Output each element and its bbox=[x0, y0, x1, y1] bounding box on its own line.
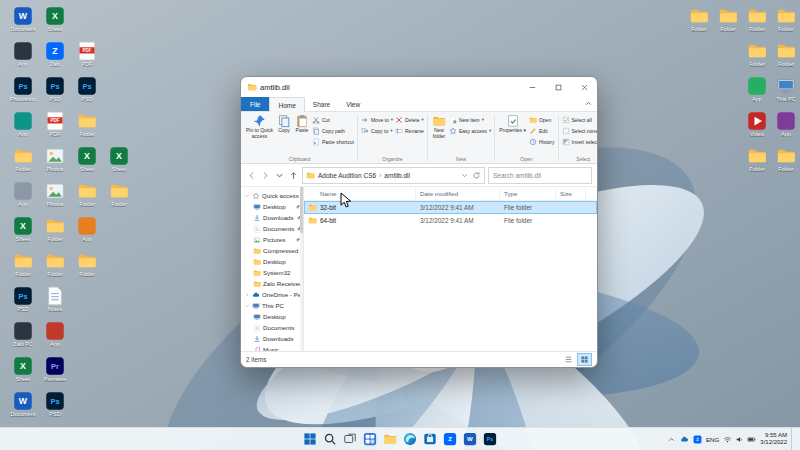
sidebar-item-documents[interactable]: Documents bbox=[241, 223, 303, 234]
desktop-icon-psd-photoshop[interactable]: PsPSD bbox=[40, 391, 70, 424]
desktop-icon-video-media-red[interactable]: Video bbox=[742, 111, 772, 144]
desktop-icon-folder-folder[interactable]: Folder bbox=[72, 181, 102, 214]
desktop-icon-sheet-excel[interactable]: XSheet bbox=[8, 216, 38, 249]
file-row-64-bit[interactable]: 64-bit3/12/2022 9:41 AMFile folder bbox=[304, 214, 597, 227]
desktop-icon-zalo-pc-app-dark[interactable]: Zalo PC bbox=[8, 321, 38, 354]
ribbon-new-folder-button[interactable]: New folder bbox=[430, 113, 448, 140]
chevron-down-icon[interactable] bbox=[244, 193, 250, 199]
sidebar-item-desktop[interactable]: Desktop bbox=[241, 311, 303, 322]
sidebar-item-compressed[interactable]: Compressed bbox=[241, 245, 303, 256]
address-dropdown-button[interactable] bbox=[460, 171, 469, 180]
ribbon-history-button[interactable]: History bbox=[528, 136, 556, 147]
desktop-icon-premiere-premiere[interactable]: PrPremiere bbox=[40, 356, 70, 389]
desktop-icon-photos-image[interactable]: Photos bbox=[40, 146, 70, 179]
start-button[interactable] bbox=[303, 432, 317, 446]
column-header-name[interactable]: Name bbox=[304, 187, 416, 200]
desktop-icon-app-app-gray[interactable]: App bbox=[8, 181, 38, 214]
edge-button[interactable] bbox=[403, 432, 417, 446]
ribbon-rename-button[interactable]: Rename bbox=[394, 125, 425, 136]
tab-view[interactable]: View bbox=[338, 97, 368, 111]
desktop-icon-folder-folder[interactable]: Folder bbox=[771, 146, 800, 179]
desktop-icon-photos-image[interactable]: Photos bbox=[40, 181, 70, 214]
ribbon-open-button[interactable]: Open bbox=[528, 114, 556, 125]
search-button[interactable] bbox=[323, 432, 337, 446]
sidebar-item-desktop[interactable]: Desktop bbox=[241, 201, 303, 212]
ribbon-paste-button[interactable]: Paste bbox=[293, 113, 311, 135]
ribbon-properties-button[interactable]: Properties ▾ bbox=[497, 113, 528, 135]
ribbon-pin-to-quick-access-button[interactable]: Pin to Quick access bbox=[244, 113, 275, 140]
column-header-type[interactable]: Type bbox=[500, 187, 556, 200]
ribbon-edit-button[interactable]: Edit bbox=[528, 125, 556, 136]
taskbar-clock[interactable]: 9:55 AM 3/12/2022 bbox=[760, 432, 787, 446]
desktop-icon-folder-folder[interactable]: Folder bbox=[40, 251, 70, 284]
desktop-icon-sheet-excel[interactable]: XSheet bbox=[8, 356, 38, 389]
ribbon-collapse-button[interactable] bbox=[584, 99, 593, 108]
desktop-icon-folder-folder[interactable]: Folder bbox=[72, 111, 102, 144]
recent-locations-button[interactable] bbox=[274, 170, 285, 181]
desktop-icon-folder-folder[interactable]: Folder bbox=[104, 181, 134, 214]
chevron-down-icon[interactable] bbox=[244, 303, 250, 309]
ribbon-paste-shortcut-button[interactable]: Paste shortcut bbox=[311, 136, 355, 147]
sidebar-section-quick-access[interactable]: Quick access bbox=[241, 190, 303, 201]
desktop-icon-photoshop-photoshop[interactable]: PsPhotoshop bbox=[8, 76, 38, 109]
desktop-icon-app-app-teal[interactable]: App bbox=[8, 111, 38, 144]
close-button[interactable] bbox=[571, 77, 597, 97]
zalo-button[interactable]: Z bbox=[443, 432, 457, 446]
desktop-icon-sheet-excel[interactable]: XSheet bbox=[72, 146, 102, 179]
search-input[interactable]: Search amtlib.dll bbox=[488, 167, 592, 184]
chevron-right-icon[interactable] bbox=[244, 292, 250, 298]
desktop-icon-folder-folder[interactable]: Folder bbox=[40, 216, 70, 249]
sidebar-scrollbar[interactable] bbox=[300, 187, 303, 351]
details-view-button[interactable] bbox=[561, 353, 576, 366]
desktop-icon-psd-photoshop[interactable]: PsPSD bbox=[40, 76, 70, 109]
desktop-icon-this-pc-pc[interactable]: This PC bbox=[771, 76, 800, 109]
ribbon-select-none-button[interactable]: Select none bbox=[561, 125, 598, 136]
tab-home[interactable]: Home bbox=[269, 97, 304, 112]
sidebar-item-downloads[interactable]: Downloads bbox=[241, 333, 303, 344]
sidebar-item-documents[interactable]: Documents bbox=[241, 322, 303, 333]
word-button[interactable]: W bbox=[463, 432, 477, 446]
refresh-button[interactable] bbox=[472, 171, 481, 180]
ribbon-copy-to-button[interactable]: Copy to▾ bbox=[360, 125, 394, 136]
forward-button[interactable] bbox=[260, 170, 271, 181]
desktop-icon-folder-folder[interactable]: Folder bbox=[684, 6, 714, 39]
sidebar-item-downloads[interactable]: Downloads bbox=[241, 212, 303, 223]
ribbon-new-item-button[interactable]: New item▾ bbox=[448, 114, 492, 125]
desktop-icon-app-app-purple[interactable]: App bbox=[771, 111, 800, 144]
sidebar-item-system32[interactable]: System32 bbox=[241, 267, 303, 278]
minimize-button[interactable] bbox=[519, 77, 545, 97]
desktop-icon-folder-folder[interactable]: Folder bbox=[713, 6, 743, 39]
desktop-icon-folder-folder[interactable]: Folder bbox=[742, 41, 772, 74]
ribbon-move-to-button[interactable]: Move to▾ bbox=[360, 114, 394, 125]
column-header-size[interactable]: Size bbox=[556, 187, 586, 200]
onedrive-tray-icon[interactable] bbox=[680, 435, 689, 444]
desktop-icon-folder-folder[interactable]: Folder bbox=[771, 6, 800, 39]
breadcrumb-adobe-audition-cs6[interactable]: Adobe Audition CS6 bbox=[318, 172, 376, 179]
desktop-icon-pdf-pdf[interactable]: PDFPDF bbox=[72, 41, 102, 74]
maximize-button[interactable] bbox=[545, 77, 571, 97]
widgets-button[interactable] bbox=[363, 432, 377, 446]
ribbon-delete-button[interactable]: Delete▾ bbox=[394, 114, 425, 125]
desktop-icon-psd-photoshop[interactable]: PsPSD bbox=[8, 286, 38, 319]
back-button[interactable] bbox=[246, 170, 257, 181]
ribbon-copy-button[interactable]: Copy bbox=[275, 113, 293, 135]
store-button[interactable] bbox=[423, 432, 437, 446]
desktop-icon-folder-folder[interactable]: Folder bbox=[8, 146, 38, 179]
zalo-tray-icon[interactable]: Z bbox=[693, 435, 702, 444]
desktop-icon-document-word[interactable]: WDocument bbox=[8, 6, 38, 39]
file-explorer-button[interactable] bbox=[383, 432, 397, 446]
desktop-icon-folder-folder[interactable]: Folder bbox=[771, 41, 800, 74]
breadcrumb-amtlib-dll[interactable]: amtlib.dll bbox=[384, 172, 410, 179]
desktop-icon-app-app-orange[interactable]: App bbox=[72, 216, 102, 249]
language-indicator[interactable]: ENG bbox=[706, 436, 719, 443]
desktop-icon-document-word[interactable]: WDocument bbox=[8, 391, 38, 424]
sidebar-item-zalo-received-f[interactable]: Zalo Received F bbox=[241, 278, 303, 289]
tray-expand-button[interactable] bbox=[667, 435, 676, 444]
desktop-icon-folder-folder[interactable]: Folder bbox=[8, 251, 38, 284]
desktop-icon-app-app-dark[interactable]: App bbox=[8, 41, 38, 74]
tab-share[interactable]: Share bbox=[305, 97, 338, 111]
icons-view-button[interactable] bbox=[577, 353, 592, 366]
desktop-icon-folder-folder[interactable]: Folder bbox=[742, 6, 772, 39]
sidebar-section-onedrive-perso[interactable]: OneDrive - Perso bbox=[241, 289, 303, 300]
sidebar-item-pictures[interactable]: Pictures bbox=[241, 234, 303, 245]
